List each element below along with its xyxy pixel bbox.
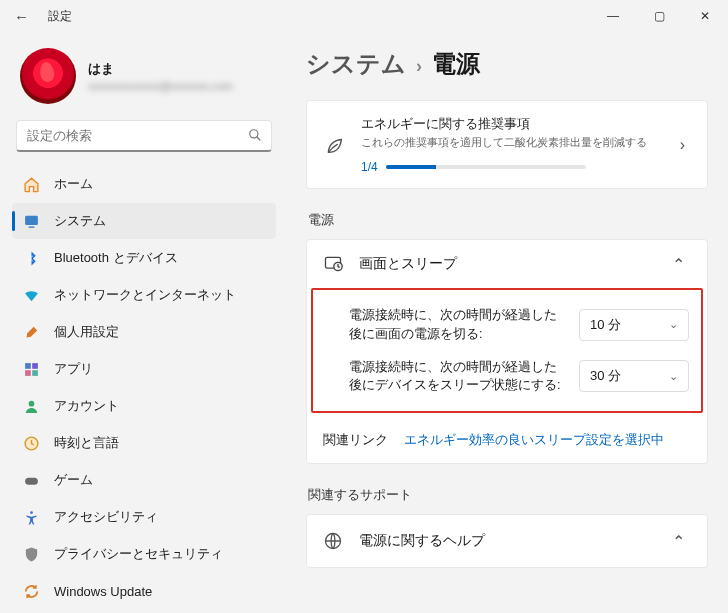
close-button[interactable]: ✕ xyxy=(682,0,728,32)
nav-label: アクセシビリティ xyxy=(54,508,158,526)
nav-personalization[interactable]: 個人用設定 xyxy=(12,314,276,350)
chevron-up-icon: ⌃ xyxy=(666,532,691,551)
screen-off-select[interactable]: 10 分 ⌄ xyxy=(579,309,689,341)
screen-sleep-header[interactable]: 画面とスリープ ⌃ xyxy=(307,240,707,288)
energy-recommendations-card[interactable]: エネルギーに関する推奨事項 これらの推奨事項を適用して二酸化炭素排出量を削減する… xyxy=(306,100,708,189)
accessibility-icon xyxy=(22,508,40,526)
screen-off-label: 電源接続時に、次の時間が経過した後に画面の電源を切る: xyxy=(325,306,579,344)
profile-name: はま xyxy=(88,60,233,78)
nav-privacy[interactable]: プライバシーとセキュリティ xyxy=(12,536,276,572)
related-label: 関連リンク xyxy=(323,431,388,449)
svg-rect-2 xyxy=(25,215,38,224)
apps-icon xyxy=(22,360,40,378)
svg-rect-5 xyxy=(32,363,38,369)
nav-time-language[interactable]: 時刻と言語 xyxy=(12,425,276,461)
power-help-card[interactable]: 電源に関するヘルプ ⌃ xyxy=(306,514,708,568)
chevron-right-icon: › xyxy=(416,56,422,77)
sleep-value: 30 分 xyxy=(590,367,621,385)
sleep-select[interactable]: 30 分 ⌄ xyxy=(579,360,689,392)
search-icon xyxy=(248,128,262,142)
back-button[interactable]: ← xyxy=(14,8,34,25)
game-icon xyxy=(22,471,40,489)
nav-label: ゲーム xyxy=(54,471,93,489)
svg-point-8 xyxy=(28,400,34,406)
profile-block[interactable]: はま xxxxxxxxxxxxx@xxxxxxx.com xyxy=(20,48,276,104)
window-title: 設定 xyxy=(48,8,72,25)
chevron-up-icon: ⌃ xyxy=(666,255,691,274)
nav-label: 個人用設定 xyxy=(54,323,119,341)
nav-label: アプリ xyxy=(54,360,93,378)
svg-point-0 xyxy=(250,130,258,138)
section-power-label: 電源 xyxy=(308,211,708,229)
clock-icon xyxy=(22,434,40,452)
svg-point-11 xyxy=(30,511,33,514)
chevron-down-icon: ⌄ xyxy=(669,318,678,331)
svg-rect-3 xyxy=(28,226,34,227)
nav-gaming[interactable]: ゲーム xyxy=(12,462,276,498)
bluetooth-icon xyxy=(22,249,40,267)
nav-accounts[interactable]: アカウント xyxy=(12,388,276,424)
energy-progress-bar xyxy=(386,165,586,169)
nav-network[interactable]: ネットワークとインターネット xyxy=(12,277,276,313)
energy-progress-label: 1/4 xyxy=(361,160,378,174)
screen-sleep-card: 画面とスリープ ⌃ 電源接続時に、次の時間が経過した後に画面の電源を切る: 10… xyxy=(306,239,708,464)
avatar xyxy=(20,48,76,104)
globe-icon xyxy=(323,531,345,551)
screen-icon xyxy=(323,254,345,274)
maximize-button[interactable]: ▢ xyxy=(636,0,682,32)
minimize-button[interactable]: — xyxy=(590,0,636,32)
nav-label: ネットワークとインターネット xyxy=(54,286,236,304)
energy-desc: これらの推奨事項を適用して二酸化炭素排出量を削減する xyxy=(361,135,674,150)
search-input[interactable] xyxy=(16,120,272,152)
screen-sleep-options-highlighted: 電源接続時に、次の時間が経過した後に画面の電源を切る: 10 分 ⌄ 電源接続時… xyxy=(311,288,703,413)
wifi-icon xyxy=(22,286,40,304)
svg-rect-4 xyxy=(25,363,31,369)
home-icon xyxy=(22,175,40,193)
screen-off-value: 10 分 xyxy=(590,316,621,334)
sleep-label: 電源接続時に、次の時間が経過した後にデバイスをスリープ状態にする: xyxy=(325,358,579,396)
svg-line-1 xyxy=(257,137,261,141)
related-links-row: 関連リンク エネルギー効率の良いスリープ設定を選択中 xyxy=(307,417,707,463)
power-help-title: 電源に関するヘルプ xyxy=(359,532,666,550)
person-icon xyxy=(22,397,40,415)
profile-email: xxxxxxxxxxxxx@xxxxxxx.com xyxy=(88,80,233,92)
nav-label: 時刻と言語 xyxy=(54,434,119,452)
chevron-down-icon: ⌄ xyxy=(669,370,678,383)
related-link[interactable]: エネルギー効率の良いスリープ設定を選択中 xyxy=(404,431,664,449)
update-icon xyxy=(22,582,40,600)
nav-apps[interactable]: アプリ xyxy=(12,351,276,387)
screen-sleep-title: 画面とスリープ xyxy=(359,255,666,273)
page-title: 電源 xyxy=(432,48,480,80)
nav-label: Bluetooth とデバイス xyxy=(54,249,178,267)
chevron-right-icon: › xyxy=(674,136,691,154)
svg-rect-7 xyxy=(32,370,38,376)
nav-bluetooth[interactable]: Bluetooth とデバイス xyxy=(12,240,276,276)
nav-label: システム xyxy=(54,212,106,230)
nav-home[interactable]: ホーム xyxy=(12,166,276,202)
shield-icon xyxy=(22,545,40,563)
leaf-icon xyxy=(323,134,347,156)
nav-accessibility[interactable]: アクセシビリティ xyxy=(12,499,276,535)
system-icon xyxy=(22,212,40,230)
energy-title: エネルギーに関する推奨事項 xyxy=(361,115,674,133)
svg-rect-6 xyxy=(25,370,31,376)
breadcrumb: システム › 電源 xyxy=(306,48,708,80)
section-support-label: 関連するサポート xyxy=(308,486,708,504)
nav-system[interactable]: システム xyxy=(12,203,276,239)
breadcrumb-parent[interactable]: システム xyxy=(306,48,406,80)
nav-label: Windows Update xyxy=(54,584,152,599)
brush-icon xyxy=(22,323,40,341)
svg-rect-10 xyxy=(25,477,38,484)
nav-windows-update[interactable]: Windows Update xyxy=(12,573,276,609)
search-box xyxy=(16,120,272,152)
nav-label: プライバシーとセキュリティ xyxy=(54,545,223,563)
nav-label: アカウント xyxy=(54,397,119,415)
nav-label: ホーム xyxy=(54,175,93,193)
